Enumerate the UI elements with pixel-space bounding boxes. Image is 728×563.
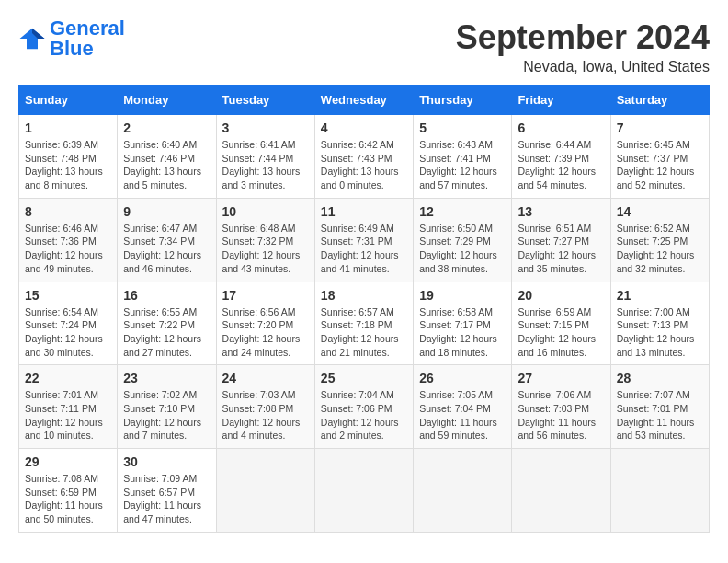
calendar-cell: 3Sunrise: 6:41 AMSunset: 7:44 PMDaylight… xyxy=(216,115,314,199)
day-number: 29 xyxy=(25,454,111,469)
day-info: Sunrise: 6:42 AMSunset: 7:43 PMDaylight:… xyxy=(321,138,407,192)
calendar-cell: 21Sunrise: 7:00 AMSunset: 7:13 PMDayligh… xyxy=(610,282,709,365)
calendar-cell: 24Sunrise: 7:03 AMSunset: 7:08 PMDayligh… xyxy=(216,365,314,449)
calendar-cell: 10Sunrise: 6:48 AMSunset: 7:32 PMDayligh… xyxy=(216,198,314,282)
day-number: 22 xyxy=(25,371,111,385)
calendar-cell: 29Sunrise: 7:08 AMSunset: 6:59 PMDayligh… xyxy=(19,449,118,533)
day-number: 2 xyxy=(123,121,210,135)
day-number: 10 xyxy=(222,204,309,219)
calendar-cell: 1Sunrise: 6:39 AMSunset: 7:48 PMDaylight… xyxy=(19,115,118,199)
header-wednesday: Wednesday xyxy=(314,86,413,115)
day-info: Sunrise: 7:07 AMSunset: 7:01 PMDaylight:… xyxy=(617,388,703,442)
calendar-cell: 14Sunrise: 6:52 AMSunset: 7:25 PMDayligh… xyxy=(610,198,709,282)
day-number: 19 xyxy=(419,288,506,303)
calendar-cell: 23Sunrise: 7:02 AMSunset: 7:10 PMDayligh… xyxy=(118,365,216,449)
day-number: 14 xyxy=(617,204,703,219)
calendar-cell: 8Sunrise: 6:46 AMSunset: 7:36 PMDaylight… xyxy=(19,198,118,282)
calendar-cell: 13Sunrise: 6:51 AMSunset: 7:27 PMDayligh… xyxy=(512,198,610,282)
calendar-cell xyxy=(414,449,512,533)
calendar-body: 1Sunrise: 6:39 AMSunset: 7:48 PMDaylight… xyxy=(19,115,710,533)
day-info: Sunrise: 7:06 AMSunset: 7:03 PMDaylight:… xyxy=(518,388,604,442)
logo: General Blue xyxy=(18,18,125,59)
day-info: Sunrise: 6:44 AMSunset: 7:39 PMDaylight:… xyxy=(518,138,604,192)
day-info: Sunrise: 6:41 AMSunset: 7:44 PMDaylight:… xyxy=(222,138,309,192)
calendar-cell: 25Sunrise: 7:04 AMSunset: 7:06 PMDayligh… xyxy=(314,365,413,449)
calendar-header: Sunday Monday Tuesday Wednesday Thursday… xyxy=(19,86,710,115)
header-saturday: Saturday xyxy=(610,86,709,115)
calendar-cell: 5Sunrise: 6:43 AMSunset: 7:41 PMDaylight… xyxy=(414,115,512,199)
day-number: 7 xyxy=(617,121,703,135)
day-info: Sunrise: 6:55 AMSunset: 7:22 PMDaylight:… xyxy=(123,305,210,360)
day-info: Sunrise: 7:02 AMSunset: 7:10 PMDaylight:… xyxy=(123,388,210,442)
calendar-cell: 11Sunrise: 6:49 AMSunset: 7:31 PMDayligh… xyxy=(314,198,413,282)
day-info: Sunrise: 6:43 AMSunset: 7:41 PMDaylight:… xyxy=(419,138,506,192)
day-number: 5 xyxy=(419,121,506,135)
day-info: Sunrise: 7:09 AMSunset: 6:57 PMDaylight:… xyxy=(123,472,210,526)
page-header: General Blue September 2024 Nevada, Iowa… xyxy=(18,18,710,75)
logo-text: General Blue xyxy=(50,18,125,59)
day-info: Sunrise: 6:39 AMSunset: 7:48 PMDaylight:… xyxy=(25,138,111,192)
day-number: 13 xyxy=(518,204,604,219)
calendar-row: 8Sunrise: 6:46 AMSunset: 7:36 PMDaylight… xyxy=(19,198,710,282)
day-number: 16 xyxy=(123,288,210,303)
calendar-cell xyxy=(512,449,610,533)
calendar-cell: 19Sunrise: 6:58 AMSunset: 7:17 PMDayligh… xyxy=(414,282,512,365)
day-info: Sunrise: 6:40 AMSunset: 7:46 PMDaylight:… xyxy=(123,138,210,192)
day-number: 6 xyxy=(518,121,604,135)
calendar-row: 15Sunrise: 6:54 AMSunset: 7:24 PMDayligh… xyxy=(19,282,710,365)
day-info: Sunrise: 6:46 AMSunset: 7:36 PMDaylight:… xyxy=(25,222,111,276)
calendar-cell: 18Sunrise: 6:57 AMSunset: 7:18 PMDayligh… xyxy=(314,282,413,365)
day-number: 12 xyxy=(419,204,506,219)
day-number: 20 xyxy=(518,288,604,303)
header-sunday: Sunday xyxy=(19,86,118,115)
calendar-cell xyxy=(610,449,709,533)
header-monday: Monday xyxy=(118,86,216,115)
day-info: Sunrise: 7:01 AMSunset: 7:11 PMDaylight:… xyxy=(25,388,111,442)
day-number: 3 xyxy=(222,121,309,135)
day-info: Sunrise: 7:00 AMSunset: 7:13 PMDaylight:… xyxy=(617,305,703,360)
calendar-cell: 17Sunrise: 6:56 AMSunset: 7:20 PMDayligh… xyxy=(216,282,314,365)
day-info: Sunrise: 6:50 AMSunset: 7:29 PMDaylight:… xyxy=(419,222,506,276)
calendar-cell: 6Sunrise: 6:44 AMSunset: 7:39 PMDaylight… xyxy=(512,115,610,199)
day-info: Sunrise: 6:56 AMSunset: 7:20 PMDaylight:… xyxy=(222,305,309,360)
day-number: 18 xyxy=(321,288,407,303)
day-info: Sunrise: 6:59 AMSunset: 7:15 PMDaylight:… xyxy=(518,305,604,360)
calendar-cell: 30Sunrise: 7:09 AMSunset: 6:57 PMDayligh… xyxy=(118,449,216,533)
day-number: 24 xyxy=(222,371,309,385)
day-number: 15 xyxy=(25,288,111,303)
logo-blue: Blue xyxy=(50,37,94,60)
day-number: 17 xyxy=(222,288,309,303)
calendar-table: Sunday Monday Tuesday Wednesday Thursday… xyxy=(18,85,710,533)
day-info: Sunrise: 6:58 AMSunset: 7:17 PMDaylight:… xyxy=(419,305,506,360)
title-block: September 2024 Nevada, Iowa, United Stat… xyxy=(456,18,710,75)
calendar-cell: 28Sunrise: 7:07 AMSunset: 7:01 PMDayligh… xyxy=(610,365,709,449)
day-number: 21 xyxy=(617,288,703,303)
calendar-cell: 7Sunrise: 6:45 AMSunset: 7:37 PMDaylight… xyxy=(610,115,709,199)
calendar-cell: 15Sunrise: 6:54 AMSunset: 7:24 PMDayligh… xyxy=(19,282,118,365)
location: Nevada, Iowa, United States xyxy=(456,59,710,75)
calendar-cell: 2Sunrise: 6:40 AMSunset: 7:46 PMDaylight… xyxy=(118,115,216,199)
calendar-cell: 16Sunrise: 6:55 AMSunset: 7:22 PMDayligh… xyxy=(118,282,216,365)
day-number: 23 xyxy=(123,371,210,385)
calendar-row: 22Sunrise: 7:01 AMSunset: 7:11 PMDayligh… xyxy=(19,365,710,449)
header-tuesday: Tuesday xyxy=(216,86,314,115)
day-info: Sunrise: 6:54 AMSunset: 7:24 PMDaylight:… xyxy=(25,305,111,360)
day-number: 28 xyxy=(617,371,703,385)
calendar-cell: 12Sunrise: 6:50 AMSunset: 7:29 PMDayligh… xyxy=(414,198,512,282)
day-info: Sunrise: 6:51 AMSunset: 7:27 PMDaylight:… xyxy=(518,222,604,276)
day-info: Sunrise: 6:49 AMSunset: 7:31 PMDaylight:… xyxy=(321,222,407,276)
day-number: 30 xyxy=(123,454,210,469)
calendar-row: 1Sunrise: 6:39 AMSunset: 7:48 PMDaylight… xyxy=(19,115,710,199)
calendar-cell: 4Sunrise: 6:42 AMSunset: 7:43 PMDaylight… xyxy=(314,115,413,199)
day-number: 4 xyxy=(321,121,407,135)
day-number: 8 xyxy=(25,204,111,219)
day-info: Sunrise: 7:03 AMSunset: 7:08 PMDaylight:… xyxy=(222,388,309,442)
header-friday: Friday xyxy=(512,86,610,115)
logo-icon xyxy=(18,25,46,52)
calendar-cell xyxy=(216,449,314,533)
day-info: Sunrise: 7:05 AMSunset: 7:04 PMDaylight:… xyxy=(419,388,506,442)
day-info: Sunrise: 6:47 AMSunset: 7:34 PMDaylight:… xyxy=(123,222,210,276)
calendar-cell: 22Sunrise: 7:01 AMSunset: 7:11 PMDayligh… xyxy=(19,365,118,449)
header-thursday: Thursday xyxy=(414,86,512,115)
day-number: 1 xyxy=(25,121,111,135)
